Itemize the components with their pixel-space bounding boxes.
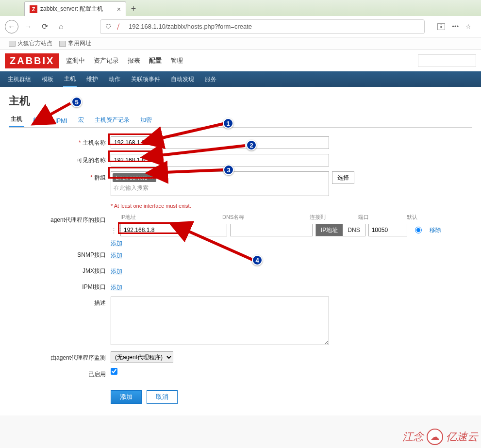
interface-warning: * At least one interface must exist. bbox=[111, 203, 472, 209]
nav-config[interactable]: 配置 bbox=[149, 56, 162, 65]
default-interface-radio[interactable] bbox=[415, 227, 422, 233]
groups-multiselect[interactable]: Linux servers × 在此输入搜索 bbox=[111, 171, 329, 196]
col-port: 端口 bbox=[358, 214, 407, 221]
url-text: 192.168.1.10/zabbix/hosts.php?form=creat… bbox=[129, 23, 419, 30]
col-ip: IP地址 bbox=[111, 214, 222, 221]
connect-dns-option[interactable]: DNS bbox=[343, 224, 365, 236]
connect-to-toggle[interactable]: IP地址 DNS bbox=[315, 224, 365, 236]
subnav-discovery[interactable]: 自动发现 bbox=[170, 72, 195, 86]
tab-templates[interactable]: 模板 bbox=[31, 113, 47, 127]
bookmark-label: 常用网址 bbox=[68, 39, 91, 48]
label-jmx-if: JMX接口 bbox=[83, 267, 106, 274]
required-mark bbox=[90, 174, 94, 181]
header-right-box bbox=[418, 54, 476, 67]
browser-toolbar: ← → ⟳ ⌂ 🛡 ⧸ 192.168.1.10/zabbix/hosts.ph… bbox=[0, 16, 481, 37]
tab-encryption[interactable]: 加密 bbox=[138, 113, 154, 127]
folder-icon bbox=[59, 41, 66, 47]
agent-ip-input[interactable] bbox=[120, 224, 227, 236]
page-content: 主机 主机 模板 IPMI 宏 主机资产记录 加密 主机名称 可见的名称 群组 … bbox=[0, 87, 481, 415]
subnav-actions[interactable]: 动作 bbox=[108, 72, 121, 86]
description-textarea[interactable] bbox=[111, 297, 329, 345]
label-description: 描述 bbox=[94, 299, 106, 306]
subnav-maintenance[interactable]: 维护 bbox=[85, 72, 99, 86]
reload-button[interactable]: ⟳ bbox=[38, 20, 51, 33]
subnav-hosts[interactable]: 主机 bbox=[63, 72, 77, 87]
lock-slash-icon: ⧸ bbox=[117, 23, 125, 31]
label-visible-name: 可见的名称 bbox=[77, 157, 106, 164]
hostname-input[interactable] bbox=[111, 136, 329, 149]
zabbix-nav-secondary: 主机群组 模板 主机 维护 动作 关联项事件 自动发现 服务 bbox=[0, 71, 481, 87]
label-enabled: 已启用 bbox=[88, 371, 106, 378]
subnav-templates[interactable]: 模板 bbox=[41, 72, 54, 86]
tab-favicon: Z bbox=[30, 5, 37, 13]
bookmark-firefox[interactable]: 火狐官方站点 bbox=[9, 39, 52, 48]
visible-name-input[interactable] bbox=[111, 154, 329, 166]
cancel-button[interactable]: 取消 bbox=[147, 390, 178, 404]
form-tabs: 主机 模板 IPMI 宏 主机资产记录 加密 bbox=[9, 114, 472, 128]
home-button[interactable]: ⌂ bbox=[54, 20, 68, 33]
menu-dots-icon[interactable]: ••• bbox=[452, 23, 459, 30]
proxy-select[interactable]: (无agent代理程序) bbox=[111, 351, 173, 363]
tab-inventory[interactable]: 主机资产记录 bbox=[93, 113, 132, 127]
shield-icon: 🛡 bbox=[105, 23, 113, 31]
zabbix-nav-primary: 监测中 资产记录 报表 配置 管理 bbox=[66, 56, 183, 65]
group-tag[interactable]: Linux servers × bbox=[113, 173, 156, 182]
remove-tag-icon[interactable]: × bbox=[150, 175, 153, 181]
bookmarks-bar: 火狐官方站点 常用网址 bbox=[0, 37, 481, 50]
label-proxy: 由agent代理程序监测 bbox=[50, 354, 106, 361]
connect-ip-option[interactable]: IP地址 bbox=[316, 224, 343, 236]
close-tab-icon[interactable]: × bbox=[117, 5, 121, 13]
zabbix-logo[interactable]: ZABBIX bbox=[5, 53, 59, 68]
new-tab-button[interactable]: + bbox=[126, 1, 141, 16]
label-groups: 群组 bbox=[94, 174, 106, 181]
subnav-hostgroups[interactable]: 主机群组 bbox=[7, 72, 32, 86]
subnav-correlation[interactable]: 关联项事件 bbox=[130, 72, 161, 86]
groups-select-button[interactable]: 选择 bbox=[332, 171, 354, 184]
page-title: 主机 bbox=[9, 94, 472, 108]
browser-tab-bar: Z zabbix_server: 配置主机 × + bbox=[0, 0, 481, 16]
enabled-checkbox[interactable] bbox=[111, 368, 117, 375]
folder-icon bbox=[9, 41, 16, 47]
bookmark-label: 火狐官方站点 bbox=[17, 39, 52, 48]
tab-ipmi[interactable]: IPMI bbox=[53, 115, 69, 127]
required-mark bbox=[79, 139, 83, 146]
add-button[interactable]: 添加 bbox=[111, 390, 142, 404]
groups-placeholder: 在此输入搜索 bbox=[113, 182, 149, 194]
nav-reports[interactable]: 报表 bbox=[128, 56, 140, 65]
tab-title: zabbix_server: 配置主机 bbox=[40, 5, 115, 13]
nav-monitoring[interactable]: 监测中 bbox=[66, 56, 85, 65]
nav-inventory[interactable]: 资产记录 bbox=[94, 56, 119, 65]
add-snmp-interface-link[interactable]: 添加 bbox=[111, 251, 122, 260]
browser-tab[interactable]: Z zabbix_server: 配置主机 × bbox=[24, 1, 126, 16]
add-jmx-interface-link[interactable]: 添加 bbox=[111, 267, 122, 276]
tab-macros[interactable]: 宏 bbox=[76, 113, 86, 127]
zabbix-header: ZABBIX 监测中 资产记录 报表 配置 管理 bbox=[0, 50, 481, 71]
label-ipmi-if: IPMI接口 bbox=[82, 283, 106, 290]
drag-handle-icon[interactable]: ⋮⋮ bbox=[111, 227, 117, 234]
add-ipmi-interface-link[interactable]: 添加 bbox=[111, 283, 122, 292]
label-agent-if: agent代理程序的接口 bbox=[50, 216, 106, 223]
bookmark-common[interactable]: 常用网址 bbox=[59, 39, 91, 48]
agent-dns-input[interactable] bbox=[230, 224, 313, 236]
label-hostname: 主机名称 bbox=[83, 139, 106, 146]
agent-port-input[interactable] bbox=[368, 224, 407, 236]
nav-admin[interactable]: 管理 bbox=[170, 56, 183, 65]
tab-host[interactable]: 主机 bbox=[9, 112, 24, 127]
col-connect: 连接到 bbox=[310, 214, 358, 221]
forward-button[interactable]: → bbox=[21, 20, 35, 33]
label-snmp-if: SNMP接口 bbox=[77, 251, 106, 258]
reader-icon[interactable]: ⠿ bbox=[437, 23, 445, 30]
remove-interface-link[interactable]: 移除 bbox=[430, 226, 441, 234]
subnav-services[interactable]: 服务 bbox=[204, 72, 217, 86]
warning-text: At least one interface must exist. bbox=[114, 203, 191, 209]
add-agent-interface-link[interactable]: 添加 bbox=[111, 239, 122, 248]
url-bar[interactable]: 🛡 ⧸ 192.168.1.10/zabbix/hosts.php?form=c… bbox=[100, 19, 425, 34]
back-button[interactable]: ← bbox=[5, 20, 18, 33]
bookmark-star-icon[interactable]: ☆ bbox=[465, 23, 471, 30]
col-default: 默认 bbox=[407, 214, 436, 221]
group-tag-label: Linux servers bbox=[116, 175, 147, 181]
col-dns: DNS名称 bbox=[222, 214, 310, 221]
